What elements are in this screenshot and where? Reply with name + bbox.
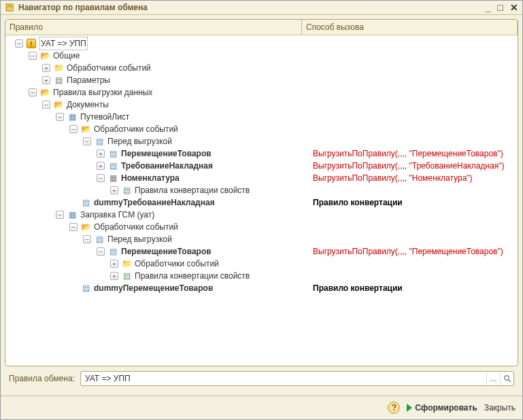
tree-row-move-goods-2-handlers[interactable]: + 📁 Обработчики событий — [5, 258, 518, 270]
folder-open-icon: 📂 — [39, 87, 50, 98]
expander-none — [69, 198, 78, 207]
tree-row-dummy-treb[interactable]: ▤ dummyТребованиеНакладная Правило конве… — [5, 196, 518, 209]
expander-icon[interactable]: – — [29, 52, 37, 60]
node-label: УАТ => УПП — [39, 37, 88, 50]
expander-icon[interactable]: – — [69, 223, 78, 231]
expander-icon[interactable]: – — [29, 88, 37, 97]
tree-row-zapravka-handlers[interactable]: – 📂 Обработчики событий — [5, 221, 518, 233]
expander-icon[interactable]: + — [97, 150, 105, 158]
app-icon — [5, 3, 14, 12]
minimize-button[interactable]: _ — [486, 3, 491, 12]
tree-row-root[interactable]: – УАТ => УПП — [5, 37, 518, 50]
tree-row-common-handlers[interactable]: + 📁 Обработчики событий — [5, 62, 518, 74]
tree-row-putevoy-before[interactable]: – ▤ Перед выгрузкой — [5, 135, 518, 147]
tree-row-move-goods-1[interactable]: + ▤ ПеремещениеТоваров ВыгрузитьПоПравил… — [5, 147, 518, 160]
combo-text: УАТ => УПП — [85, 374, 486, 383]
tree-row-putevoy-handlers[interactable]: – 📂 Обработчики событий — [5, 123, 518, 135]
tree-row-zapravka-before[interactable]: – ▤ Перед выгрузкой — [5, 233, 518, 245]
tree-row-putevoy[interactable]: – ▦ ПутевойЛист — [5, 111, 518, 123]
expander-icon[interactable]: – — [97, 247, 105, 256]
doc-icon: ▤ — [94, 136, 105, 147]
expander-icon[interactable]: – — [83, 235, 91, 243]
close-button[interactable]: Закрыть — [484, 403, 516, 413]
call-text: ВыгрузитьПоПравилу(,,,, "ПеремещениеТова… — [313, 247, 503, 256]
expander-icon[interactable]: – — [42, 101, 50, 109]
node-label: Правила конвертации свойств — [135, 270, 250, 282]
list-icon: ▤ — [53, 75, 64, 86]
expander-icon[interactable]: + — [110, 260, 118, 268]
node-label: ПеремещениеТоваров — [121, 245, 212, 258]
folder-open-icon: 📂 — [53, 99, 64, 110]
doc-icon: ▤ — [94, 234, 105, 245]
props-icon: ▤ — [121, 270, 132, 281]
expander-icon[interactable]: + — [42, 76, 50, 84]
combo-ellipsis-button[interactable]: ... — [486, 372, 500, 385]
node-label: ПутевойЛист — [80, 111, 129, 123]
tree-row-documents[interactable]: – 📂 Документы — [5, 99, 518, 111]
expander-icon[interactable]: – — [97, 174, 105, 182]
node-label: Номенклатура — [121, 172, 180, 184]
expander-icon[interactable]: + — [97, 162, 105, 170]
expander-icon[interactable]: + — [110, 186, 118, 194]
node-label: Обработчики событий — [94, 221, 178, 233]
svg-line-2 — [508, 380, 511, 383]
call-text: ВыгрузитьПоПравилу(,,,, "Номенклатура") — [313, 173, 473, 183]
column-rule[interactable]: Правило — [5, 20, 302, 35]
warning-icon — [26, 38, 37, 49]
node-label: Обработчики событий — [67, 62, 151, 74]
call-text: ВыгрузитьПоПравилу(,,,, "ПеремещениеТова… — [313, 149, 503, 158]
expander-icon[interactable]: + — [110, 272, 118, 280]
titlebar: Навигатор по правилам обмена _ □ ✕ — [1, 1, 522, 15]
node-label: Документы — [67, 99, 109, 111]
window-title: Навигатор по правилам обмена — [18, 3, 486, 12]
node-label: Параметры — [67, 74, 110, 86]
tree-row-nomenkl[interactable]: – ▦ Номенклатура ВыгрузитьПоПравилу(,,,,… — [5, 172, 518, 184]
play-icon — [407, 404, 412, 412]
node-label: Перед выгрузкой — [107, 233, 172, 245]
rules-exchange-label: Правила обмена: — [9, 374, 75, 383]
tree-row-export[interactable]: – 📂 Правила выгрузки данных — [5, 86, 518, 99]
column-call[interactable]: Способ вызова — [302, 20, 518, 35]
folder-open-icon: 📂 — [80, 222, 91, 232]
doc-icon: ▦ — [67, 111, 78, 122]
node-label: dummyПеремещениеТоваров — [94, 282, 213, 294]
node-label: Правила конвертации свойств — [135, 184, 250, 196]
expander-icon[interactable]: – — [56, 211, 64, 219]
doc-icon: ▤ — [107, 148, 118, 159]
doc-icon: ▤ — [107, 160, 118, 171]
tree-row-common[interactable]: – 📂 Общие — [5, 50, 518, 62]
combo-search-button[interactable] — [500, 372, 513, 385]
node-label: Заправка ГСМ (уат) — [80, 209, 154, 221]
generate-button[interactable]: Сформировать — [407, 403, 477, 413]
tree-body[interactable]: – УАТ => УПП – 📂 Общие + — [5, 35, 518, 366]
doc-icon: ▤ — [80, 197, 91, 208]
tree-header: Правило Способ вызова — [5, 20, 518, 35]
doc-icon: ▤ — [107, 246, 118, 257]
expander-icon[interactable]: – — [56, 113, 64, 121]
svg-point-1 — [504, 376, 508, 380]
tree-row-nomenkl-props[interactable]: + ▤ Правила конвертации свойств — [5, 184, 518, 196]
props-icon: ▤ — [121, 185, 132, 196]
node-label: Общие — [53, 50, 80, 62]
close-window-button[interactable]: ✕ — [510, 3, 518, 12]
call-text: Правило конвертации — [313, 283, 403, 293]
folder-icon: 📁 — [53, 63, 64, 73]
expander-icon[interactable]: – — [15, 39, 23, 48]
tree-row-treb-nakl[interactable]: + ▤ ТребованиеНакладная ВыгрузитьПоПрави… — [5, 160, 518, 172]
help-button[interactable]: ? — [388, 402, 400, 414]
tree-row-dummy-move[interactable]: ▤ dummyПеремещениеТоваров Правило конвер… — [5, 282, 518, 294]
tree-row-move-goods-2-props[interactable]: + ▤ Правила конвертации свойств — [5, 270, 518, 282]
expander-icon[interactable]: – — [83, 137, 91, 145]
node-label: Обработчики событий — [135, 258, 219, 270]
rules-exchange-combo[interactable]: УАТ => УПП ... — [80, 371, 514, 386]
maximize-button[interactable]: □ — [498, 3, 503, 12]
expander-none — [69, 284, 78, 292]
node-label: Правила выгрузки данных — [53, 86, 152, 99]
expander-icon[interactable]: + — [42, 64, 50, 72]
tree-row-zapravka[interactable]: – ▦ Заправка ГСМ (уат) — [5, 209, 518, 221]
generate-label: Сформировать — [415, 403, 477, 413]
tree-row-common-params[interactable]: + ▤ Параметры — [5, 74, 518, 86]
tree-row-move-goods-2[interactable]: – ▤ ПеремещениеТоваров ВыгрузитьПоПравил… — [5, 245, 518, 258]
expander-icon[interactable]: – — [69, 125, 78, 133]
node-label: Перед выгрузкой — [107, 135, 172, 147]
